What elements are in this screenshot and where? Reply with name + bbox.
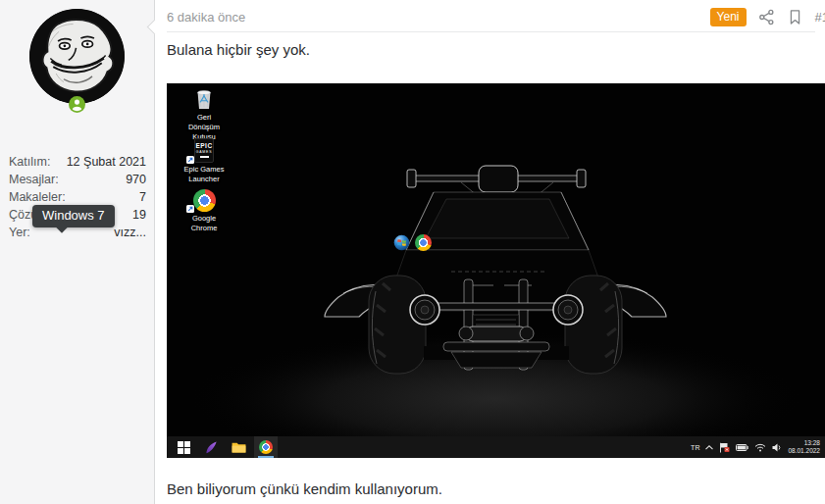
new-badge: Yeni <box>710 8 747 26</box>
desktop-icon-label: Epic Games Launcher <box>181 165 227 184</box>
stat-value: 12 Şubat 2021 <box>67 153 146 171</box>
post-body-line-2: Ben biliyorum çünkü kendim kullanıyorum. <box>167 480 442 497</box>
shortcut-arrow-icon <box>186 156 194 164</box>
clock-time: 13:28 <box>788 439 820 447</box>
speaker-icon <box>772 443 782 452</box>
timestamp-link[interactable]: 6 dakika önce <box>167 10 245 25</box>
language-indicator: TR <box>691 444 699 451</box>
system-tray: TR <box>691 439 825 455</box>
attached-screenshot-image[interactable]: Geri Dönüşüm Kutusu EPIC GAMES Epic Game… <box>167 83 825 458</box>
os-tooltip: Windows 7 <box>32 205 115 227</box>
stat-label: Makaleler: <box>9 188 66 206</box>
chevron-up-icon <box>705 445 713 450</box>
stat-label: Katılım: <box>9 153 50 171</box>
os-tooltip-text: Windows 7 <box>42 208 105 223</box>
clock-date: 08.01.2022 <box>788 447 820 455</box>
taskbar-clock: 13:28 08.01.2022 <box>788 439 820 455</box>
trollface-avatar-image <box>29 9 125 104</box>
recycle-bin-icon <box>173 85 235 111</box>
stat-row-joined: Katılım: 12 Şubat 2021 <box>9 153 146 171</box>
post-body-line-1: Bulana hiçbir şey yok. <box>167 41 310 58</box>
desktop-icon-epic-games: EPIC GAMES Epic Games Launcher <box>173 138 235 184</box>
shortcut-arrow-icon <box>186 205 194 213</box>
desktop-icon-recycle-bin: Geri Dönüşüm Kutusu <box>173 85 235 141</box>
stat-value: 7 <box>139 188 146 206</box>
action-center-flag-icon <box>719 442 730 453</box>
post-number-link[interactable]: #1 <box>815 10 825 25</box>
stat-value: 19 <box>132 206 146 224</box>
share-icon[interactable] <box>758 9 775 25</box>
file-explorer-icon <box>227 436 250 458</box>
feather-app-icon <box>199 436 223 458</box>
desktop-icon-chrome: Google Chrome <box>173 189 235 233</box>
forum-post-page: SivriSinekz Nanopat Katılım: 12 Şubat 20… <box>0 0 825 504</box>
stat-row-articles: Makaleler: 7 <box>9 188 146 206</box>
stat-row-messages: Mesajlar: 970 <box>9 171 146 188</box>
chrome-taskbar-icon <box>254 436 278 458</box>
chrome-icon <box>173 189 235 212</box>
user-stats: Katılım: 12 Şubat 2021 Mesajlar: 970 Mak… <box>9 153 146 241</box>
online-status-badge <box>69 96 85 113</box>
avatar[interactable] <box>29 9 125 104</box>
stat-value: 970 <box>126 171 146 188</box>
epic-logo-subtext: GAMES <box>196 150 213 156</box>
bookmark-icon[interactable] <box>787 9 803 25</box>
header-divider <box>167 31 815 32</box>
car-wallpaper <box>167 83 825 458</box>
chrome-icon[interactable] <box>415 234 432 251</box>
epic-games-icon: EPIC GAMES <box>173 138 235 163</box>
start-button-icon <box>172 436 195 458</box>
post-header-actions: Yeni #1 <box>710 8 825 26</box>
desktop-icon-label: Google Chrome <box>181 214 227 233</box>
taskbar: TR <box>167 436 825 458</box>
windows7-icon[interactable] <box>393 234 410 251</box>
platform-icons <box>0 234 825 251</box>
stat-label: Mesajlar: <box>9 171 59 188</box>
battery-icon <box>736 444 748 451</box>
wifi-icon <box>754 443 766 452</box>
desktop-icon-label: Geri Dönüşüm Kutusu <box>181 113 227 141</box>
